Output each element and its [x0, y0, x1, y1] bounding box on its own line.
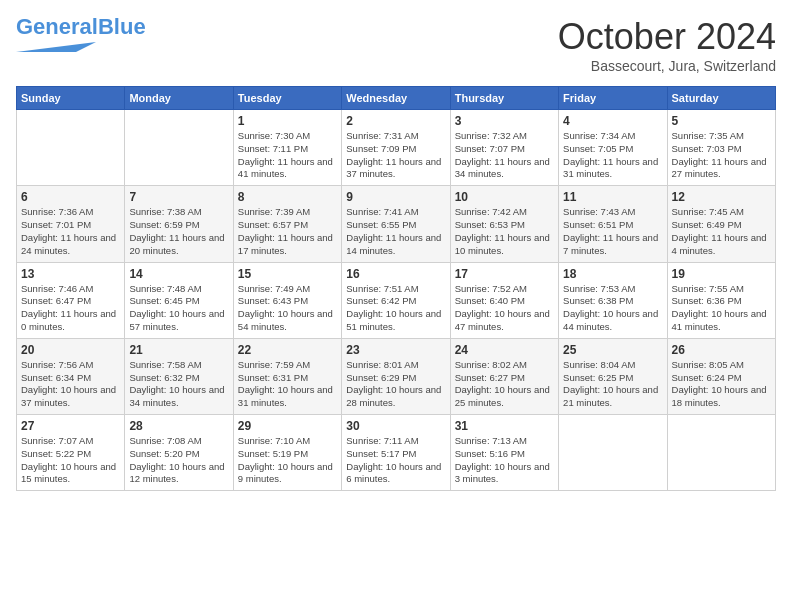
day-info: Sunrise: 8:01 AM Sunset: 6:29 PM Dayligh…: [346, 359, 445, 410]
calendar-cell: 2Sunrise: 7:31 AM Sunset: 7:09 PM Daylig…: [342, 110, 450, 186]
day-info: Sunrise: 7:41 AM Sunset: 6:55 PM Dayligh…: [346, 206, 445, 257]
day-number: 16: [346, 267, 445, 281]
day-number: 6: [21, 190, 120, 204]
day-info: Sunrise: 7:07 AM Sunset: 5:22 PM Dayligh…: [21, 435, 120, 486]
day-number: 1: [238, 114, 337, 128]
day-info: Sunrise: 7:46 AM Sunset: 6:47 PM Dayligh…: [21, 283, 120, 334]
header-tuesday: Tuesday: [233, 87, 341, 110]
calendar-cell: 31Sunrise: 7:13 AM Sunset: 5:16 PM Dayli…: [450, 415, 558, 491]
day-number: 4: [563, 114, 662, 128]
day-info: Sunrise: 7:56 AM Sunset: 6:34 PM Dayligh…: [21, 359, 120, 410]
day-number: 28: [129, 419, 228, 433]
week-row-5: 27Sunrise: 7:07 AM Sunset: 5:22 PM Dayli…: [17, 415, 776, 491]
calendar-cell: 8Sunrise: 7:39 AM Sunset: 6:57 PM Daylig…: [233, 186, 341, 262]
day-number: 23: [346, 343, 445, 357]
day-number: 27: [21, 419, 120, 433]
header-saturday: Saturday: [667, 87, 775, 110]
day-info: Sunrise: 7:48 AM Sunset: 6:45 PM Dayligh…: [129, 283, 228, 334]
day-number: 11: [563, 190, 662, 204]
header-sunday: Sunday: [17, 87, 125, 110]
day-info: Sunrise: 7:31 AM Sunset: 7:09 PM Dayligh…: [346, 130, 445, 181]
week-row-1: 1Sunrise: 7:30 AM Sunset: 7:11 PM Daylig…: [17, 110, 776, 186]
day-info: Sunrise: 7:08 AM Sunset: 5:20 PM Dayligh…: [129, 435, 228, 486]
calendar-header: SundayMondayTuesdayWednesdayThursdayFrid…: [17, 87, 776, 110]
day-info: Sunrise: 7:59 AM Sunset: 6:31 PM Dayligh…: [238, 359, 337, 410]
calendar-cell: 25Sunrise: 8:04 AM Sunset: 6:25 PM Dayli…: [559, 338, 667, 414]
calendar-cell: 13Sunrise: 7:46 AM Sunset: 6:47 PM Dayli…: [17, 262, 125, 338]
calendar-cell: 27Sunrise: 7:07 AM Sunset: 5:22 PM Dayli…: [17, 415, 125, 491]
calendar-cell: 23Sunrise: 8:01 AM Sunset: 6:29 PM Dayli…: [342, 338, 450, 414]
calendar-cell: 24Sunrise: 8:02 AM Sunset: 6:27 PM Dayli…: [450, 338, 558, 414]
calendar-table: SundayMondayTuesdayWednesdayThursdayFrid…: [16, 86, 776, 491]
logo-icon: [16, 38, 96, 56]
day-number: 8: [238, 190, 337, 204]
day-number: 26: [672, 343, 771, 357]
calendar-cell: 20Sunrise: 7:56 AM Sunset: 6:34 PM Dayli…: [17, 338, 125, 414]
calendar-body: 1Sunrise: 7:30 AM Sunset: 7:11 PM Daylig…: [17, 110, 776, 491]
calendar-cell: 17Sunrise: 7:52 AM Sunset: 6:40 PM Dayli…: [450, 262, 558, 338]
day-info: Sunrise: 7:58 AM Sunset: 6:32 PM Dayligh…: [129, 359, 228, 410]
week-row-4: 20Sunrise: 7:56 AM Sunset: 6:34 PM Dayli…: [17, 338, 776, 414]
logo-blue: Blue: [98, 14, 146, 39]
day-info: Sunrise: 7:51 AM Sunset: 6:42 PM Dayligh…: [346, 283, 445, 334]
day-number: 15: [238, 267, 337, 281]
day-info: Sunrise: 7:43 AM Sunset: 6:51 PM Dayligh…: [563, 206, 662, 257]
day-info: Sunrise: 7:36 AM Sunset: 7:01 PM Dayligh…: [21, 206, 120, 257]
calendar-cell: 19Sunrise: 7:55 AM Sunset: 6:36 PM Dayli…: [667, 262, 775, 338]
logo-general: General: [16, 14, 98, 39]
day-info: Sunrise: 7:10 AM Sunset: 5:19 PM Dayligh…: [238, 435, 337, 486]
calendar-cell: [125, 110, 233, 186]
day-number: 25: [563, 343, 662, 357]
calendar-cell: 7Sunrise: 7:38 AM Sunset: 6:59 PM Daylig…: [125, 186, 233, 262]
day-number: 7: [129, 190, 228, 204]
day-number: 19: [672, 267, 771, 281]
day-info: Sunrise: 7:13 AM Sunset: 5:16 PM Dayligh…: [455, 435, 554, 486]
calendar-cell: 6Sunrise: 7:36 AM Sunset: 7:01 PM Daylig…: [17, 186, 125, 262]
day-info: Sunrise: 7:38 AM Sunset: 6:59 PM Dayligh…: [129, 206, 228, 257]
calendar-cell: 30Sunrise: 7:11 AM Sunset: 5:17 PM Dayli…: [342, 415, 450, 491]
day-info: Sunrise: 7:52 AM Sunset: 6:40 PM Dayligh…: [455, 283, 554, 334]
calendar-cell: 22Sunrise: 7:59 AM Sunset: 6:31 PM Dayli…: [233, 338, 341, 414]
day-info: Sunrise: 8:02 AM Sunset: 6:27 PM Dayligh…: [455, 359, 554, 410]
day-number: 30: [346, 419, 445, 433]
day-number: 18: [563, 267, 662, 281]
calendar-cell: 1Sunrise: 7:30 AM Sunset: 7:11 PM Daylig…: [233, 110, 341, 186]
page-header: GeneralBlue October 2024 Bassecourt, Jur…: [16, 16, 776, 74]
day-number: 13: [21, 267, 120, 281]
day-number: 29: [238, 419, 337, 433]
calendar-cell: 12Sunrise: 7:45 AM Sunset: 6:49 PM Dayli…: [667, 186, 775, 262]
calendar-cell: 21Sunrise: 7:58 AM Sunset: 6:32 PM Dayli…: [125, 338, 233, 414]
header-friday: Friday: [559, 87, 667, 110]
day-info: Sunrise: 7:55 AM Sunset: 6:36 PM Dayligh…: [672, 283, 771, 334]
calendar-cell: 10Sunrise: 7:42 AM Sunset: 6:53 PM Dayli…: [450, 186, 558, 262]
day-number: 10: [455, 190, 554, 204]
day-info: Sunrise: 7:35 AM Sunset: 7:03 PM Dayligh…: [672, 130, 771, 181]
day-number: 31: [455, 419, 554, 433]
calendar-cell: 29Sunrise: 7:10 AM Sunset: 5:19 PM Dayli…: [233, 415, 341, 491]
calendar-cell: [559, 415, 667, 491]
day-info: Sunrise: 8:04 AM Sunset: 6:25 PM Dayligh…: [563, 359, 662, 410]
logo-text: GeneralBlue: [16, 16, 146, 38]
day-number: 24: [455, 343, 554, 357]
day-number: 22: [238, 343, 337, 357]
location: Bassecourt, Jura, Switzerland: [558, 58, 776, 74]
day-info: Sunrise: 8:05 AM Sunset: 6:24 PM Dayligh…: [672, 359, 771, 410]
week-row-3: 13Sunrise: 7:46 AM Sunset: 6:47 PM Dayli…: [17, 262, 776, 338]
day-info: Sunrise: 7:49 AM Sunset: 6:43 PM Dayligh…: [238, 283, 337, 334]
svg-marker-0: [16, 42, 96, 52]
logo: GeneralBlue: [16, 16, 146, 56]
header-thursday: Thursday: [450, 87, 558, 110]
day-number: 9: [346, 190, 445, 204]
calendar-cell: 9Sunrise: 7:41 AM Sunset: 6:55 PM Daylig…: [342, 186, 450, 262]
calendar-cell: 11Sunrise: 7:43 AM Sunset: 6:51 PM Dayli…: [559, 186, 667, 262]
day-number: 2: [346, 114, 445, 128]
calendar-cell: 15Sunrise: 7:49 AM Sunset: 6:43 PM Dayli…: [233, 262, 341, 338]
calendar-cell: [17, 110, 125, 186]
calendar-cell: 18Sunrise: 7:53 AM Sunset: 6:38 PM Dayli…: [559, 262, 667, 338]
header-wednesday: Wednesday: [342, 87, 450, 110]
day-number: 3: [455, 114, 554, 128]
week-row-2: 6Sunrise: 7:36 AM Sunset: 7:01 PM Daylig…: [17, 186, 776, 262]
calendar-cell: 28Sunrise: 7:08 AM Sunset: 5:20 PM Dayli…: [125, 415, 233, 491]
calendar-cell: 4Sunrise: 7:34 AM Sunset: 7:05 PM Daylig…: [559, 110, 667, 186]
calendar-cell: [667, 415, 775, 491]
